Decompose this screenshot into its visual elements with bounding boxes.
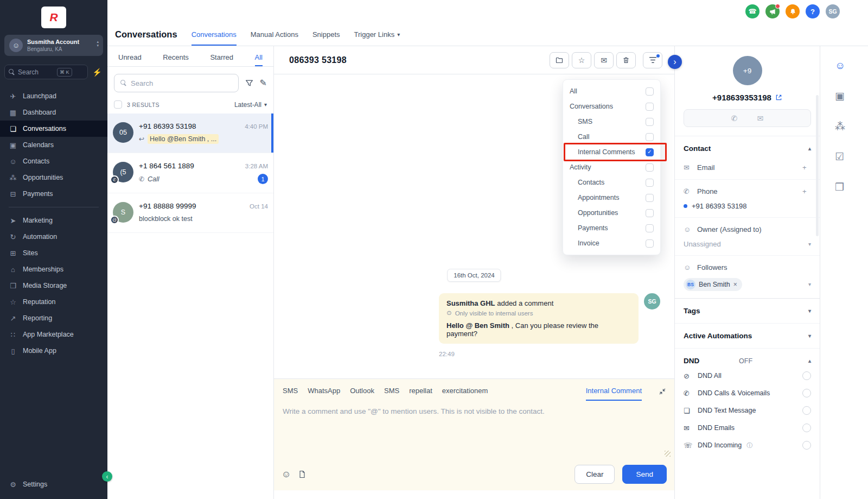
account-switcher[interactable]: Susmitha Account Bengaluru, KA xyxy=(4,35,103,56)
list-filter-button[interactable] xyxy=(245,79,253,87)
sidebar-search-input[interactable] xyxy=(18,68,54,76)
filter-option-all[interactable]: All xyxy=(563,84,660,99)
list-tab-unread[interactable]: Unread xyxy=(114,46,146,66)
filter-option-opportunities[interactable]: Opportunities xyxy=(563,205,660,220)
dnd-incoming-toggle[interactable] xyxy=(802,441,811,450)
checkbox[interactable] xyxy=(646,163,654,172)
templates-button[interactable] xyxy=(298,470,306,478)
clear-button[interactable]: Clear xyxy=(575,465,615,484)
app-logo[interactable]: R xyxy=(41,7,66,28)
help-button[interactable] xyxy=(806,4,820,18)
checkbox[interactable] xyxy=(646,194,654,202)
notifications-button[interactable] xyxy=(786,4,800,18)
channel-tab-internal-comment[interactable]: Internal Comment xyxy=(586,387,642,401)
tab-conversations[interactable]: Conversations xyxy=(192,30,237,46)
sidebar-item-sites[interactable]: Sites xyxy=(0,245,107,261)
checkbox[interactable] xyxy=(646,224,654,232)
compose-button[interactable] xyxy=(260,79,267,87)
filter-option-sms[interactable]: SMS xyxy=(563,114,660,129)
checkbox[interactable] xyxy=(646,239,654,248)
sidebar-item-media-storage[interactable]: Media Storage xyxy=(0,277,107,294)
checkbox[interactable] xyxy=(646,209,654,217)
filter-option-activity[interactable]: Activity xyxy=(563,160,660,175)
sidebar-item-app-marketplace[interactable]: App Marketplace xyxy=(0,326,107,343)
sidebar-item-calendars[interactable]: Calendars xyxy=(0,137,107,153)
scrollbar[interactable] xyxy=(816,95,819,236)
channel-tab-outlook[interactable]: Outlook xyxy=(350,387,374,401)
sidebar-item-automation[interactable]: Automation xyxy=(0,229,107,245)
delete-button[interactable] xyxy=(616,52,636,68)
sidebar-item-contacts[interactable]: Contacts xyxy=(0,153,107,169)
dnd-calls-toggle[interactable] xyxy=(802,389,811,397)
filter-option-contacts[interactable]: Contacts xyxy=(563,175,660,190)
sidebar-item-payments[interactable]: Payments xyxy=(0,186,107,202)
mail-icon[interactable] xyxy=(757,115,764,122)
tab-trigger-links[interactable]: Trigger Links xyxy=(354,30,400,46)
mark-unread-button[interactable] xyxy=(594,52,614,68)
send-button[interactable]: Send xyxy=(622,465,667,484)
filter-option-payments[interactable]: Payments xyxy=(563,220,660,236)
owner-select[interactable]: Unassigned xyxy=(684,235,811,249)
list-item[interactable]: S +91 88888 99999 Oct 14 blockblock ok t… xyxy=(107,193,273,233)
channel-tab-whatsapp[interactable]: WhatsApp xyxy=(308,387,340,401)
filter-option-call[interactable]: Call xyxy=(563,129,660,144)
section-tags[interactable]: Tags xyxy=(684,305,811,317)
external-link-icon[interactable] xyxy=(775,94,782,101)
sidebar-item-memberships[interactable]: Memberships xyxy=(0,261,107,277)
sidebar-item-mobile-app[interactable]: Mobile App xyxy=(0,343,107,359)
filter-option-conversations[interactable]: Conversations xyxy=(563,99,660,114)
archive-button[interactable] xyxy=(550,52,569,68)
filter-option-internal-comments[interactable]: Internal Comments xyxy=(563,144,660,160)
filter-option-invoice[interactable]: Invoice xyxy=(563,236,660,251)
star-button[interactable] xyxy=(572,52,591,68)
list-item[interactable]: (5 +1 864 561 1889 3:28 AM Call 1 xyxy=(107,153,273,193)
checkbox-checked[interactable] xyxy=(646,148,654,156)
followers-select[interactable]: BS Ben Smith xyxy=(684,273,811,292)
phone-icon[interactable] xyxy=(731,115,738,122)
resize-grip[interactable] xyxy=(665,451,671,457)
checkbox[interactable] xyxy=(646,118,654,126)
conversation-search[interactable] xyxy=(114,74,239,92)
sidebar-item-settings[interactable]: Settings xyxy=(0,476,107,492)
user-avatar[interactable]: SG xyxy=(826,4,840,18)
bolt-icon[interactable] xyxy=(91,66,103,79)
dialer-button[interactable] xyxy=(745,4,760,18)
channel-tab-sms-2[interactable]: SMS xyxy=(384,387,399,401)
comment-input[interactable] xyxy=(283,407,666,459)
select-all-checkbox[interactable] xyxy=(114,100,122,109)
sidebar-item-conversations[interactable]: Conversations xyxy=(0,121,107,137)
notes-icon[interactable] xyxy=(835,182,868,192)
sidebar-item-opportunities[interactable]: Opportunities xyxy=(0,169,107,186)
tab-manual-actions[interactable]: Manual Actions xyxy=(251,30,298,46)
checkbox[interactable] xyxy=(646,87,654,96)
emoji-icon[interactable] xyxy=(282,470,291,479)
section-dnd[interactable]: DNDOFF xyxy=(684,355,811,367)
list-item[interactable]: 05 +91 86393 53198 4:40 PM Hello @Ben Sm… xyxy=(107,113,273,153)
announcements-button[interactable] xyxy=(765,4,780,18)
contact-rail-icon[interactable] xyxy=(835,60,868,71)
dnd-all-toggle[interactable] xyxy=(802,371,811,380)
tab-snippets[interactable]: Snippets xyxy=(312,30,340,46)
expand-contact-panel-button[interactable] xyxy=(668,55,682,69)
checkbox[interactable] xyxy=(646,179,654,187)
associations-icon[interactable] xyxy=(835,121,868,131)
collapse-composer-button[interactable] xyxy=(659,388,666,401)
list-tab-recents[interactable]: Recents xyxy=(158,46,193,66)
sidebar-item-dashboard[interactable]: Dashboard xyxy=(0,104,107,121)
add-phone-button[interactable] xyxy=(802,188,811,195)
calendar-rail-icon[interactable] xyxy=(835,91,868,101)
conversation-search-input[interactable] xyxy=(131,79,232,87)
sidebar-search[interactable]: ⌘ K xyxy=(4,65,88,79)
sidebar-item-launchpad[interactable]: Launchpad xyxy=(0,88,107,104)
section-contact[interactable]: Contact xyxy=(684,142,811,155)
dnd-text-toggle[interactable] xyxy=(802,406,811,415)
filter-option-appointments[interactable]: Appointments xyxy=(563,190,660,205)
checkbox[interactable] xyxy=(646,133,654,141)
sort-dropdown[interactable]: Latest-All xyxy=(234,101,267,109)
sidebar-item-reporting[interactable]: Reporting xyxy=(0,310,107,326)
tasks-icon[interactable] xyxy=(835,151,868,162)
conversation-filter-button[interactable] xyxy=(643,52,662,68)
list-tab-starred[interactable]: Starred xyxy=(206,46,238,66)
dnd-emails-toggle[interactable] xyxy=(802,424,811,432)
add-email-button[interactable] xyxy=(802,164,811,171)
